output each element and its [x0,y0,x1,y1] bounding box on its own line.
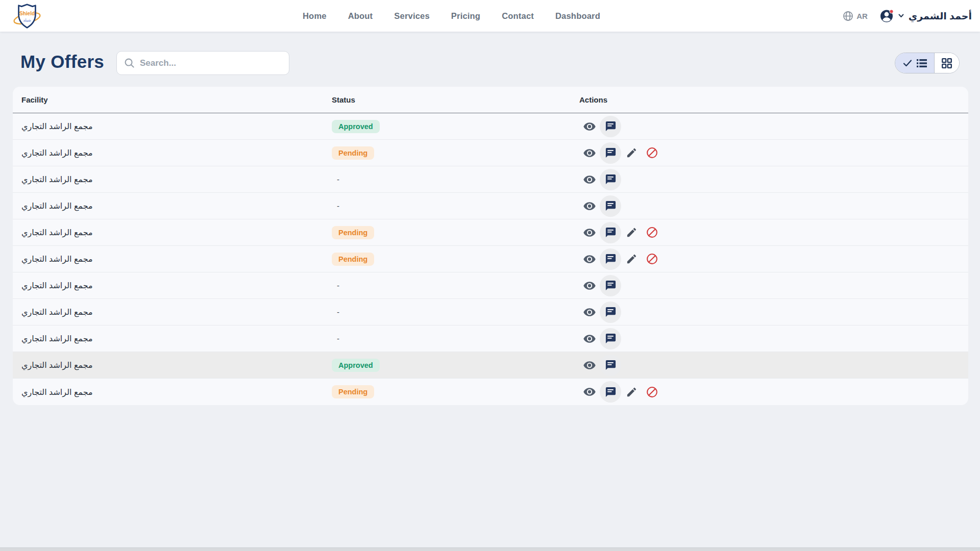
nav-link-pricing[interactable]: Pricing [451,11,480,21]
nav-link-contact[interactable]: Contact [502,11,534,21]
chat-bubble-icon [605,280,617,291]
nav-link-about[interactable]: About [348,11,373,21]
view-button[interactable] [579,354,600,377]
edit-button[interactable] [621,221,642,244]
user-menu[interactable]: أحمد الشمري [880,9,972,23]
block-button[interactable] [642,248,662,270]
facility-name: مجمع الراشد التجاري [21,228,93,237]
table-row: مجمع الراشد التجاري Approved [13,113,968,140]
nav-link-dashboard[interactable]: Dashboard [555,11,600,21]
nav-link-home[interactable]: Home [303,11,327,21]
chat-button[interactable] [600,355,621,376]
chat-button[interactable] [600,222,621,243]
pencil-icon [626,386,638,398]
table-row: مجمع الراشد التجاري Pending [13,219,968,246]
edit-button[interactable] [621,248,642,270]
facility-name: مجمع الراشد التجاري [21,122,93,131]
search-input[interactable] [140,58,282,68]
chat-bubble-icon [605,359,617,371]
chat-bubble-icon [605,227,617,238]
view-button[interactable] [579,328,600,350]
view-button[interactable] [579,115,600,138]
block-icon [646,386,658,398]
column-header-actions: Actions [579,95,968,104]
facility-name: مجمع الراشد التجاري [21,175,93,184]
chat-button[interactable] [600,169,621,190]
chat-bubble-icon [605,306,617,318]
status-cell: Pending [332,226,579,239]
facility-cell: مجمع الراشد التجاري [13,201,332,211]
table-row: مجمع الراشد التجاري - [13,299,968,325]
search-icon [124,58,135,68]
actions-cell [579,274,968,297]
status-badge: Approved [332,120,380,133]
eye-icon [583,173,596,186]
eye-icon [583,253,596,266]
facility-cell: مجمع الراشد التجاري [13,281,332,290]
language-switcher[interactable]: AR [843,11,868,21]
brand-logo[interactable]: Shield شيلد [12,1,42,31]
actions-cell [579,248,968,270]
view-button[interactable] [579,381,600,403]
actions-cell [579,354,968,377]
view-button[interactable] [579,248,600,270]
block-button[interactable] [642,142,662,164]
grid-view-button[interactable] [935,53,959,73]
eye-icon [583,226,596,239]
shield-logo-icon: Shield شيلد [12,1,42,31]
column-header-status: Status [332,95,579,104]
view-button[interactable] [579,168,600,191]
eye-icon [583,146,596,160]
brand-name-arabic: شيلد [23,18,31,22]
edit-button[interactable] [621,381,642,403]
chat-bubble-icon [605,386,617,398]
notification-dot [890,9,893,13]
status-badge: - [337,279,339,292]
status-cell: - [332,332,579,345]
chat-button[interactable] [600,381,621,403]
window-bottom-edge [0,547,980,551]
list-view-button[interactable] [895,53,935,73]
view-button[interactable] [579,301,600,323]
status-badge: Pending [332,226,374,239]
block-icon [646,226,658,239]
chat-bubble-icon [605,173,617,185]
nav-link-services[interactable]: Services [394,11,430,21]
status-cell: Approved [332,359,579,372]
view-button[interactable] [579,274,600,297]
block-button[interactable] [642,381,662,403]
facility-cell: مجمع الراشد التجاري [13,334,332,343]
facility-cell: مجمع الراشد التجاري [13,121,332,131]
status-cell: - [332,279,579,292]
status-badge: - [337,172,339,186]
offers-table: Facility Status Actions مجمع الراشد التج… [13,87,968,405]
table-row: مجمع الراشد التجاري - [13,325,968,352]
view-button[interactable] [579,142,600,164]
status-cell: Pending [332,253,579,266]
facility-name: مجمع الراشد التجاري [21,255,93,263]
table-row: مجمع الراشد التجاري Pending [13,140,968,166]
check-icon [903,59,912,67]
block-button[interactable] [642,221,662,244]
chat-button[interactable] [600,195,621,217]
block-icon [646,146,658,159]
status-badge: - [337,332,339,345]
facility-cell: مجمع الراشد التجاري [13,174,332,184]
chat-button[interactable] [600,142,621,164]
view-button[interactable] [579,221,600,244]
facility-cell: مجمع الراشد التجاري [13,228,332,237]
chat-button[interactable] [600,328,621,349]
chat-button[interactable] [600,302,621,323]
status-cell: Pending [332,146,579,160]
actions-cell [579,115,968,138]
facility-name: مجمع الراشد التجاري [21,281,93,290]
chat-button[interactable] [600,275,621,296]
facility-name: مجمع الراشد التجاري [21,148,93,157]
navbar-right: AR أحمد الشمري [843,0,972,32]
eye-icon [583,306,596,319]
actions-cell [579,221,968,244]
edit-button[interactable] [621,142,642,164]
chat-button[interactable] [600,116,621,137]
chat-button[interactable] [600,248,621,270]
view-button[interactable] [579,195,600,217]
